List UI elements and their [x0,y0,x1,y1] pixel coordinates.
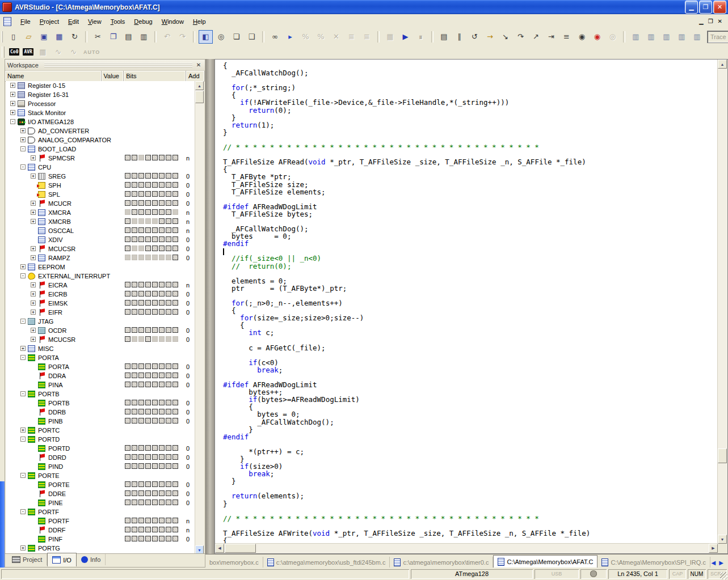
paste-icon[interactable]: ▤ [121,30,136,44]
bit-checkbox[interactable] [138,363,144,369]
bit-checkbox[interactable] [172,518,178,523]
bit-checkbox[interactable] [145,418,151,424]
bit-checkbox[interactable] [132,173,137,179]
tree-row-portd[interactable]: -PORTD [6,435,196,444]
bit-checkbox[interactable] [152,245,158,251]
bit-checkbox[interactable] [159,372,165,378]
expand-icon[interactable]: + [31,201,36,206]
scroll-up-icon[interactable]: ▲ [718,60,727,69]
prev-error-icon[interactable]: ≣ [344,30,359,44]
bit-checkbox[interactable] [166,336,171,342]
menu-project[interactable]: Project [35,16,64,27]
bit-checkbox[interactable] [132,518,137,523]
bit-checkbox[interactable] [145,518,151,523]
assemble-icon[interactable]: ▦ [383,30,397,44]
redo-icon[interactable]: ↷ [175,30,190,44]
bit-checkbox[interactable] [138,291,144,297]
bit-checkbox[interactable] [159,400,165,405]
show-next-statement-icon[interactable]: → [483,30,497,44]
bit-checkbox[interactable] [172,445,178,451]
bit-checkbox[interactable] [145,300,151,306]
bit-checkbox[interactable] [138,527,144,532]
file-tab[interactable]: c:\atmega\memorybox\timer0.c [390,557,493,568]
workspace-close-icon[interactable]: ✕ [195,61,203,69]
bit-checkbox[interactable] [172,499,178,505]
bit-checkbox[interactable] [172,209,178,215]
bit-checkbox[interactable] [145,291,151,297]
bit-checkbox[interactable] [132,490,137,496]
bit-checkbox[interactable] [138,236,144,242]
bit-checkbox[interactable] [172,372,178,378]
bit-checkbox[interactable] [125,490,131,496]
bit-checkbox[interactable] [166,518,171,523]
tree-row-xmcra[interactable]: +XMCRAn [6,208,196,217]
bit-checkbox[interactable] [138,372,144,378]
memory-window-icon[interactable]: ▥ [644,30,658,44]
tree-row-portb[interactable]: PORTB0 [6,399,196,408]
tab-project[interactable]: Project [7,554,47,565]
bit-checkbox[interactable] [152,327,158,333]
menu-file[interactable]: File [16,16,35,27]
tree-row-osccal[interactable]: OSCCALn [6,226,196,235]
tab-scroll-left-icon[interactable]: ◀ [712,560,716,566]
bit-checkbox[interactable] [138,300,144,306]
tile-windows-icon[interactable]: ❑ [245,30,259,44]
break-icon[interactable]: ∥ [452,30,466,44]
bit-checkbox[interactable] [132,363,137,369]
bit-checkbox[interactable] [166,463,171,469]
bit-checkbox[interactable] [132,191,137,197]
bit-checkbox[interactable] [132,445,137,451]
tree-row-eicrb[interactable]: +EICRB0 [6,290,196,299]
bit-checkbox[interactable] [138,282,144,287]
bit-checkbox[interactable] [172,536,178,541]
bit-checkbox[interactable] [166,409,171,414]
bit-checkbox[interactable] [125,227,131,233]
stop-icon[interactable]: ∎ [414,30,428,44]
expand-icon[interactable]: + [20,427,26,433]
column-header-add[interactable]: Add [186,71,205,81]
bit-checkbox[interactable] [145,236,151,242]
toggle-workspace-icon[interactable]: ◧ [199,30,213,44]
tree-row-sreg[interactable]: +SREG0 [6,172,196,181]
bit-checkbox[interactable] [125,291,131,297]
bit-checkbox[interactable] [138,463,144,469]
bit-checkbox[interactable] [172,418,178,424]
bit-checkbox[interactable] [166,327,171,333]
bit-checkbox[interactable] [166,227,171,233]
bit-checkbox[interactable] [138,536,144,541]
bit-checkbox[interactable] [132,536,137,541]
bit-checkbox[interactable] [138,173,144,179]
bit-checkbox[interactable] [125,463,131,469]
trace-dropdown[interactable]: Trace Disabled ▼ [707,31,728,43]
bit-checkbox[interactable] [132,336,137,342]
bit-checkbox[interactable] [138,245,144,251]
expand-icon[interactable]: + [31,328,36,333]
bit-checkbox[interactable] [145,218,151,224]
bit-checkbox[interactable] [159,527,165,532]
expand-icon[interactable]: + [10,83,15,88]
bit-checkbox[interactable] [152,372,158,378]
bit-checkbox[interactable] [166,363,171,369]
bit-checkbox[interactable] [145,191,151,197]
bit-checkbox[interactable] [152,499,158,505]
new-file-icon[interactable]: ▯ [6,30,20,44]
bit-checkbox[interactable] [159,282,165,287]
bit-checkbox[interactable] [138,182,144,188]
bit-checkbox[interactable] [166,173,171,179]
close-button[interactable]: ✕ [713,1,726,14]
tree-row-eifr[interactable]: +EIFR0 [6,308,196,317]
toolbar-grip[interactable] [2,46,5,58]
bit-checkbox[interactable] [138,191,144,197]
tree-row-stack-monitor[interactable]: +Stack Monitor [6,108,196,117]
bit-checkbox[interactable] [145,327,151,333]
bit-checkbox[interactable] [138,209,144,215]
chip-icon[interactable]: ▦ [36,45,50,59]
bit-checkbox[interactable] [166,291,171,297]
bit-checkbox[interactable] [125,327,131,333]
bit-checkbox[interactable] [125,499,131,505]
expand-icon[interactable]: + [31,173,36,179]
tree-row-cpu[interactable]: -CPU [6,163,196,172]
bit-checkbox[interactable] [145,182,151,188]
bit-checkbox[interactable] [125,173,131,179]
tree-row-mcucsr[interactable]: +MCUCSR0 [6,244,196,253]
